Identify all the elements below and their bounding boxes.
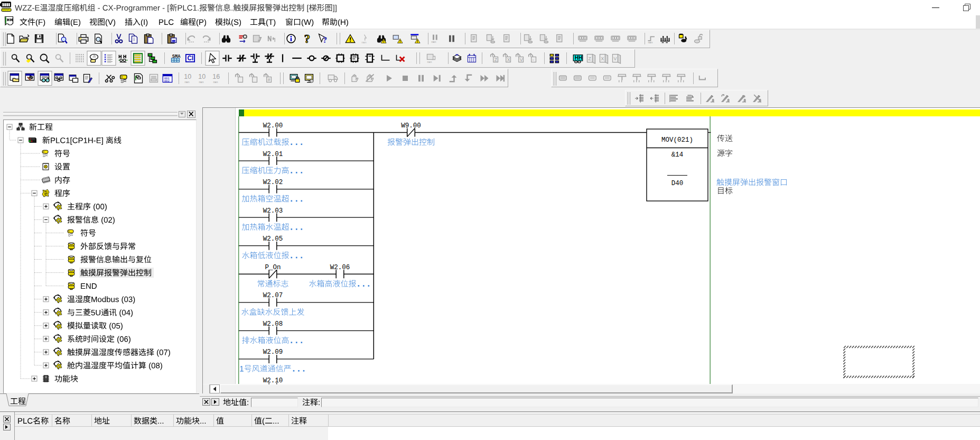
svg-text:?: ? xyxy=(323,35,327,45)
svg-text:X: X xyxy=(601,56,604,61)
svg-text:V: V xyxy=(520,57,523,62)
svg-text:ran: ran xyxy=(427,60,433,63)
svg-text:W2.10: W2.10 xyxy=(263,377,283,384)
svg-text:-: - xyxy=(533,57,534,62)
svg-text:V: V xyxy=(613,56,617,61)
svg-text:MOV(021): MOV(021) xyxy=(661,136,693,144)
svg-text:W2.02: W2.02 xyxy=(263,179,283,186)
svg-text:W2.00: W2.00 xyxy=(263,122,283,130)
svg-text:D40: D40 xyxy=(671,180,684,187)
svg-text:W2.03: W2.03 xyxy=(263,207,283,215)
svg-text:W9.00: W9.00 xyxy=(401,122,421,130)
svg-text:P_On: P_On xyxy=(265,264,281,271)
svg-text:?: ? xyxy=(304,32,310,45)
svg-text:ran: ran xyxy=(648,40,654,44)
svg-text:Z: Z xyxy=(494,57,498,62)
svg-text:X: X xyxy=(507,57,510,62)
svg-text:002: 002 xyxy=(164,79,170,83)
svg-text:W2.05: W2.05 xyxy=(263,235,283,243)
svg-text:W2.06: W2.06 xyxy=(330,264,350,271)
svg-text:ran: ran xyxy=(213,80,219,84)
svg-text:W2.01: W2.01 xyxy=(263,151,283,158)
svg-text:ran: ran xyxy=(362,40,367,44)
svg-text:W2.07: W2.07 xyxy=(263,292,283,299)
svg-text:&14: &14 xyxy=(671,151,684,159)
svg-text:W2.09: W2.09 xyxy=(263,349,283,356)
svg-text:HH: HH xyxy=(575,55,582,61)
svg-text:#: # xyxy=(268,77,270,82)
svg-text:ran: ran xyxy=(432,40,437,43)
svg-text:Z: Z xyxy=(588,56,591,61)
svg-text:W2.08: W2.08 xyxy=(263,320,283,328)
svg-text:ran: ran xyxy=(199,80,204,84)
svg-text:ran: ran xyxy=(185,80,190,84)
svg-text:CI: CI xyxy=(187,54,193,62)
